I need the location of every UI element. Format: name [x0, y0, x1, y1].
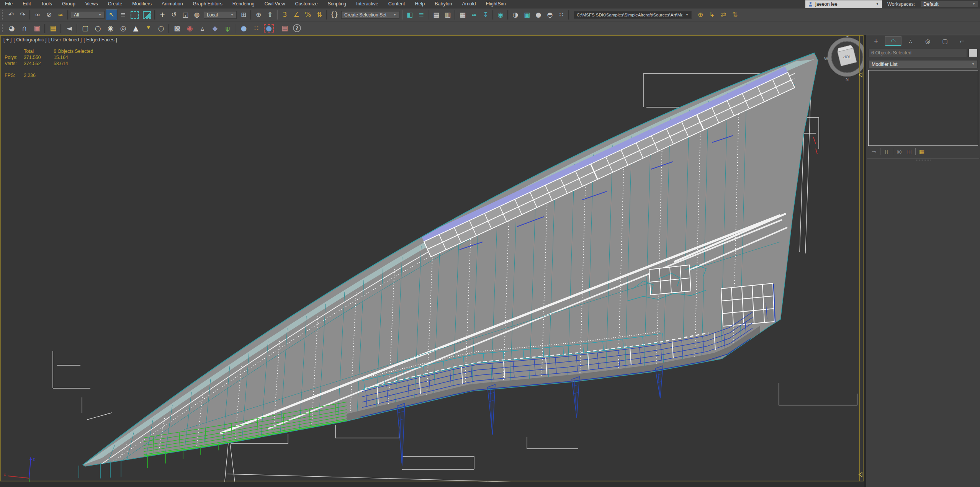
menu-item[interactable]: Customize [290, 0, 322, 8]
unlink-selection-icon[interactable]: ⊘ [43, 10, 55, 20]
select-by-name-icon[interactable]: ≡ [117, 10, 129, 20]
render-presets-icon[interactable]: ∷ [556, 10, 567, 20]
menu-item[interactable]: Rendering [227, 0, 260, 8]
object-color-swatch[interactable] [969, 49, 978, 57]
menu-item[interactable]: Content [383, 0, 410, 8]
modifier-stack-list[interactable] [868, 70, 978, 146]
edit-named-selection-sets-icon[interactable]: {} [329, 10, 340, 20]
help-icon[interactable]: ? [293, 24, 301, 32]
menu-item[interactable]: FlightSim [481, 0, 511, 8]
menu-item[interactable]: Animation [157, 0, 188, 8]
export-selected-icon[interactable]: ⇄ [718, 10, 729, 20]
viewcube[interactable]: TOP S W N E [824, 35, 864, 82]
viewport-label-item[interactable]: [ User Defined ] [48, 37, 82, 42]
viewport-label-item[interactable]: [ + ] [3, 37, 11, 42]
notes-icon[interactable]: ▤ [278, 23, 291, 34]
select-and-manipulate-icon[interactable]: ⊕ [253, 10, 264, 20]
undo-icon[interactable]: ↶ [5, 10, 17, 20]
show-end-result-button[interactable]: ▯ [883, 148, 890, 155]
menu-item[interactable]: Views [80, 0, 103, 8]
select-and-scale-icon[interactable]: ◱ [180, 10, 191, 20]
plane-primitive-icon[interactable]: ▢ [79, 23, 92, 34]
grass-icon[interactable]: ψ [221, 23, 234, 34]
menu-item[interactable]: Interactive [351, 0, 383, 8]
tab-display[interactable]: ▢ [937, 36, 953, 46]
select-object-icon[interactable]: ↖ [106, 10, 117, 20]
compound-objects-icon[interactable]: ◉ [183, 23, 196, 34]
camera-icon[interactable]: ◄ [63, 23, 75, 34]
percent-snap-icon[interactable]: % [302, 10, 314, 20]
render-iterative-icon[interactable]: ◓ [544, 10, 556, 20]
redo-icon[interactable]: ↷ [17, 10, 28, 20]
viewport-label-item[interactable]: [ Edged Faces ] [83, 37, 117, 42]
reference-coordinate-dropdown[interactable]: Local [204, 11, 237, 19]
snaps-toggle-icon[interactable]: 3 [279, 10, 291, 20]
menu-item[interactable]: Help [410, 0, 430, 8]
render-setup-icon[interactable]: ◑ [510, 10, 521, 20]
selection-filter-dropdown[interactable]: All [71, 11, 105, 19]
remove-modifier-button[interactable]: ◫ [905, 148, 913, 155]
tab-motion[interactable]: ◎ [919, 36, 936, 46]
menu-item[interactable]: Graph Editors [188, 0, 227, 8]
select-and-place-icon[interactable]: ◍ [191, 10, 203, 20]
keyboard-override-icon[interactable]: ⇧ [264, 10, 276, 20]
angle-snap-icon[interactable]: ∠ [291, 10, 302, 20]
select-and-rotate-icon[interactable]: ↺ [168, 10, 180, 20]
menu-item[interactable]: Arnold [457, 0, 481, 8]
cloud-render-icon[interactable]: ∩ [18, 23, 31, 34]
select-and-move-icon[interactable]: + [157, 10, 168, 20]
menu-item[interactable]: Group [57, 0, 80, 8]
modifier-list-dropdown[interactable]: Modifier List [869, 60, 978, 68]
workspace-dropdown[interactable]: Default [920, 1, 978, 8]
tab-create[interactable]: + [868, 36, 884, 46]
teapot-primitive-icon[interactable]: ◎ [117, 23, 129, 34]
menu-item[interactable]: File [0, 0, 18, 8]
spinner-snap-icon[interactable]: ⇅ [314, 10, 325, 20]
rendered-frame-window-icon[interactable]: ▣ [521, 10, 533, 20]
sphere-primitive-icon[interactable]: ○ [92, 23, 104, 34]
menu-item[interactable]: Tools [36, 0, 57, 8]
export-scene-icon[interactable]: ⊕ [695, 10, 706, 20]
menu-item[interactable]: Modifiers [127, 0, 157, 8]
project-path-dropdown[interactable]: C:\MSFS SDK\Samples\SimpleAircraft\Sourc… [574, 11, 692, 19]
selection-region-icon[interactable] [131, 11, 139, 19]
sun-light-icon[interactable]: * [142, 23, 155, 34]
viewport-label-item[interactable]: [ Orthographic ] [13, 37, 46, 42]
layer-explorer-icon[interactable]: ▥ [442, 10, 453, 20]
export-hierarchy-icon[interactable]: ⇅ [729, 10, 741, 20]
render-teapot-icon[interactable]: ◕ [5, 23, 18, 34]
use-pivot-point-icon[interactable]: ⊞ [238, 10, 249, 20]
tab-utilities[interactable]: ⌐ [954, 36, 970, 46]
geosphere-primitive-icon[interactable]: ◉ [104, 23, 117, 34]
toolbar-grip[interactable] [2, 23, 3, 33]
mirror-icon[interactable]: ◧ [404, 10, 416, 20]
viewport[interactable]: TOP S W N E x z y [0, 35, 864, 487]
render-production-icon[interactable]: ● [533, 10, 544, 20]
menu-item[interactable]: Babylon [430, 0, 457, 8]
user-account-dropdown[interactable]: jaeeon lee ▼ [805, 0, 882, 8]
material-editor-icon[interactable]: ◉ [495, 10, 506, 20]
window-crossing-icon[interactable] [143, 11, 151, 19]
pin-stack-button[interactable]: ⊸ [870, 148, 878, 155]
sphere-blue-icon[interactable]: ● [237, 23, 250, 34]
select-shape-icon[interactable]: ● [264, 24, 274, 33]
space-warp-icon[interactable]: ▵ [196, 23, 209, 34]
configure-modifier-sets-button[interactable]: ▦ [918, 148, 926, 155]
menu-item[interactable]: Civil View [259, 0, 290, 8]
curve-editor-icon[interactable]: ≈ [468, 10, 480, 20]
checker-icon[interactable]: ▩ [171, 23, 183, 34]
tab-hierarchy[interactable]: ∴ [902, 36, 919, 46]
selection-name-field[interactable]: 6 Objects Selected [869, 49, 967, 57]
export-folder-icon[interactable]: ↳ [706, 10, 718, 20]
panel-resize-grip[interactable] [916, 159, 931, 161]
menu-item[interactable]: Edit [18, 0, 36, 8]
scene-explorer-icon[interactable]: ▤ [430, 10, 442, 20]
menu-item[interactable]: Create [103, 0, 128, 8]
bind-to-space-warp-icon[interactable]: ≈ [55, 10, 66, 20]
rock-icon[interactable]: ◆ [209, 23, 221, 34]
egg-primitive-icon[interactable]: ○ [155, 23, 167, 34]
rendered-image-icon[interactable]: ▣ [31, 23, 43, 34]
compass-west[interactable]: W [824, 56, 828, 61]
tab-modify[interactable]: ◠ [885, 36, 901, 46]
viewport-canvas[interactable]: TOP S W N E x z y [0, 35, 864, 482]
